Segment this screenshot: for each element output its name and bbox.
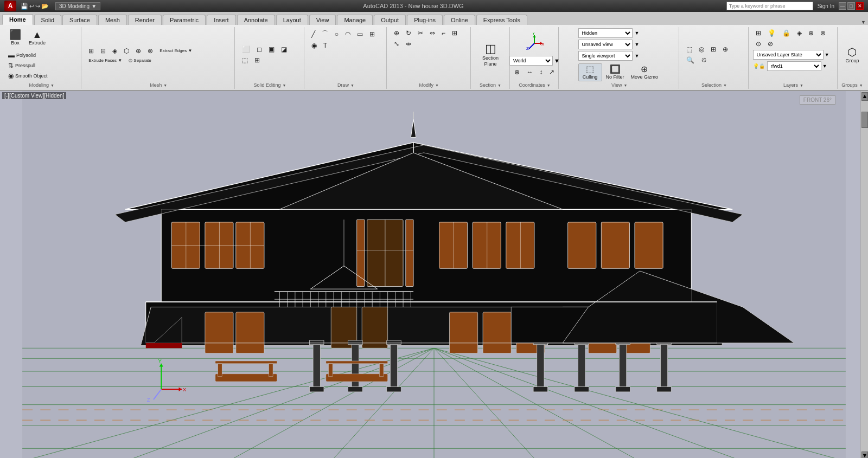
- tab-manage[interactable]: Manage: [337, 15, 373, 25]
- mesh-btn5[interactable]: ⊕: [133, 46, 144, 56]
- no-filter-button[interactable]: 🔲 No Filter: [603, 63, 627, 81]
- culling-button[interactable]: ⬚ Culling: [578, 63, 602, 81]
- draw-line[interactable]: ╱: [309, 28, 318, 40]
- coord-btn3[interactable]: ↕: [537, 67, 545, 77]
- mesh-label[interactable]: Mesh▼: [150, 82, 167, 88]
- layer-btn4[interactable]: ◈: [794, 28, 805, 38]
- extrude-button[interactable]: ▲ Extrude: [26, 28, 48, 47]
- modeling-label[interactable]: Modeling▼: [29, 82, 54, 88]
- right-scrollbar[interactable]: ▲ ▼: [860, 91, 868, 458]
- mod-array[interactable]: ⊞: [449, 28, 460, 38]
- draw-pline[interactable]: ⌒: [319, 28, 331, 40]
- layer-state-select[interactable]: Unsaved Layer State: [753, 50, 824, 60]
- coord-btn1[interactable]: ⊕: [512, 67, 522, 77]
- presspull-button[interactable]: ⇅ Presspull: [5, 61, 50, 70]
- polysolid-button[interactable]: ▬ Polysolid: [5, 50, 50, 60]
- section-label[interactable]: Section▼: [480, 82, 501, 88]
- mod-move[interactable]: ⊕: [391, 28, 402, 38]
- minimize-button[interactable]: —: [839, 2, 846, 10]
- sel-btn4[interactable]: ⊕: [720, 44, 731, 54]
- draw-arc[interactable]: ◠: [342, 28, 353, 40]
- scroll-down-button[interactable]: ▼: [861, 451, 868, 458]
- coord-btn4[interactable]: ↗: [546, 67, 557, 77]
- sel-btn2[interactable]: ◎: [696, 44, 707, 54]
- se-btn6[interactable]: ⊞: [252, 55, 263, 65]
- mesh-btn4[interactable]: ⬡: [121, 46, 132, 56]
- tab-solid[interactable]: Solid: [34, 15, 61, 25]
- scroll-up-button[interactable]: ▲: [861, 92, 868, 101]
- sel-btn3[interactable]: ⊞: [708, 44, 719, 54]
- sel-btn5[interactable]: 🔍: [684, 55, 697, 65]
- box-button[interactable]: ⬛ Box: [5, 28, 25, 47]
- qat-undo[interactable]: ↩: [29, 3, 34, 10]
- coord-btn2[interactable]: ↔: [524, 67, 535, 77]
- mod-mirror[interactable]: ⇔: [427, 28, 438, 38]
- mod-scale[interactable]: ⤡: [391, 39, 402, 49]
- tab-view[interactable]: View: [309, 15, 336, 25]
- groups-label[interactable]: Groups▼: [841, 82, 863, 88]
- se-btn1[interactable]: ⬜: [239, 44, 253, 54]
- se-btn3[interactable]: ▣: [266, 44, 277, 54]
- tab-output[interactable]: Output: [374, 15, 406, 25]
- scroll-thumb[interactable]: [861, 112, 868, 128]
- tab-plugins[interactable]: Plug-ins: [407, 15, 443, 25]
- layer-prop[interactable]: ⊞: [753, 28, 764, 38]
- draw-region[interactable]: ◉: [309, 41, 320, 50]
- saved-view-select[interactable]: Unsaved View: [578, 40, 633, 49]
- separate-btn[interactable]: ◎ Separate: [126, 57, 154, 64]
- tab-expresstools[interactable]: Express Tools: [476, 15, 527, 25]
- smooth-object-button[interactable]: ◉ Smooth Object: [5, 71, 50, 81]
- tab-render[interactable]: Render: [128, 15, 162, 25]
- layer-btn6[interactable]: ⊗: [818, 28, 828, 38]
- tab-annotate[interactable]: Annotate: [237, 15, 275, 25]
- viewport[interactable]: [-][Custom View][Hidden] FRONT 26°: [0, 91, 868, 458]
- mesh-btn3[interactable]: ◈: [110, 46, 120, 56]
- workspace-selector[interactable]: 3D Modeling ▼: [55, 2, 100, 10]
- modify-label[interactable]: Modify▼: [419, 82, 439, 88]
- visual-style-select[interactable]: Hidden Wireframe Conceptual: [578, 28, 633, 38]
- coordinates-label[interactable]: Coordinates▼: [519, 82, 550, 88]
- tab-parametric[interactable]: Parametric: [163, 15, 206, 25]
- draw-label[interactable]: Draw▼: [337, 82, 354, 88]
- tab-online[interactable]: Online: [444, 15, 475, 25]
- tab-layout[interactable]: Layout: [276, 15, 308, 25]
- tab-insert[interactable]: Insert: [207, 15, 236, 25]
- mesh-btn2[interactable]: ⊟: [98, 46, 108, 56]
- solid-editing-label[interactable]: Solid Editing▼: [253, 82, 286, 88]
- qat-save[interactable]: 💾: [21, 3, 28, 10]
- group-button[interactable]: ⬡ Group: [843, 45, 862, 65]
- mesh-btn1[interactable]: ⊞: [86, 46, 97, 56]
- tab-mesh[interactable]: Mesh: [98, 15, 127, 25]
- restore-button[interactable]: □: [847, 2, 855, 10]
- mesh-btn6[interactable]: ⊗: [145, 46, 156, 56]
- draw-hatch[interactable]: ⊞: [367, 28, 378, 40]
- app-menu-button[interactable]: A: [4, 1, 16, 11]
- viewport-select[interactable]: Single viewport: [578, 51, 633, 61]
- world-select[interactable]: World: [509, 56, 553, 66]
- mod-trim[interactable]: ✂: [415, 28, 426, 38]
- layer-btn8[interactable]: ⊘: [765, 39, 776, 49]
- layers-label[interactable]: Layers▼: [783, 82, 803, 88]
- mod-rotate[interactable]: ↻: [403, 28, 414, 38]
- search-input[interactable]: [726, 2, 813, 10]
- current-layer-select[interactable]: rfwd1: [767, 61, 821, 71]
- qat-open[interactable]: 📂: [41, 3, 49, 10]
- layer-btn5[interactable]: ⊕: [806, 28, 816, 38]
- sel-btn6[interactable]: ⛭: [698, 55, 710, 65]
- sel-btn1[interactable]: ⬚: [684, 44, 695, 54]
- signin-button[interactable]: Sign In: [818, 3, 834, 9]
- tab-home[interactable]: Home: [2, 14, 33, 25]
- layer-btn3[interactable]: 🔒: [780, 28, 793, 38]
- extrude-faces-btn[interactable]: Extrude Faces ▼: [86, 57, 125, 64]
- se-btn2[interactable]: ◻: [254, 44, 265, 54]
- view-group-label[interactable]: View▼: [611, 82, 627, 88]
- mod-stretch[interactable]: ⇹: [403, 39, 414, 49]
- layer-btn7[interactable]: ⊙: [753, 39, 764, 49]
- move-gizmo-button[interactable]: ⊕ Move Gizmo: [628, 63, 661, 81]
- ribbon-collapse[interactable]: ▼: [861, 20, 866, 25]
- draw-rect[interactable]: ▭: [354, 28, 366, 40]
- extract-edges-btn[interactable]: Extract Edges ▼: [157, 46, 195, 56]
- section-plane-button[interactable]: ◫ SectionPlane: [480, 41, 501, 69]
- draw-circle[interactable]: ○: [332, 28, 341, 40]
- close-button[interactable]: ✕: [856, 2, 864, 10]
